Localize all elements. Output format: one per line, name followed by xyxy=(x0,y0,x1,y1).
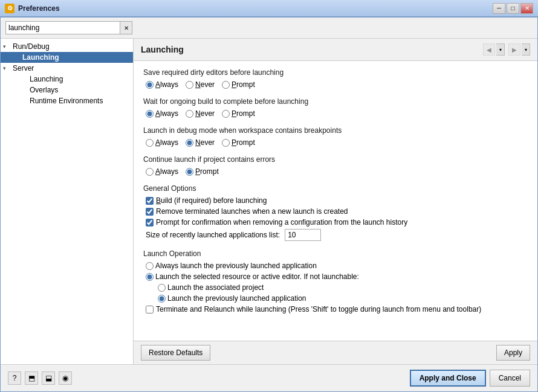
save-never-option[interactable]: Never xyxy=(186,80,215,89)
right-panel: Launching ◀ ▾ ▶ ▾ Save required dirty ed… xyxy=(134,39,537,364)
terminate-relaunch-label: Terminate and Relaunch while launching (… xyxy=(156,305,481,313)
panel-header: Launching ◀ ▾ ▶ ▾ xyxy=(134,39,537,61)
save-never-radio[interactable] xyxy=(186,81,193,89)
sidebar-item-label-launching: Launching xyxy=(22,53,59,62)
apply-button[interactable]: Apply xyxy=(496,345,530,361)
wait-always-radio[interactable] xyxy=(146,110,154,118)
title-bar: ⚙ Preferences ─ □ ✕ xyxy=(0,0,538,17)
debug-always-option[interactable]: Always xyxy=(146,138,178,147)
wait-prompt-radio[interactable] xyxy=(222,110,230,118)
apply-close-button[interactable]: Apply and Close xyxy=(410,370,486,387)
wait-prompt-option[interactable]: Prompt xyxy=(222,109,255,118)
prompt-confirmation-checkbox[interactable] xyxy=(146,219,154,227)
build-required-checkbox[interactable] xyxy=(146,197,154,205)
tree-arrow-run-debug xyxy=(3,43,11,50)
err-always-label: Always xyxy=(155,167,178,176)
lo-previous-label: Launch the previously launched applicati… xyxy=(167,294,306,303)
dialog-footer: ? ⬒ ⬓ ◉ Apply and Close Cancel xyxy=(1,364,537,391)
nav-forward-dropdown[interactable]: ▾ xyxy=(522,43,530,56)
minimize-button[interactable]: ─ xyxy=(493,3,505,14)
preferences-dialog: ✕ Run/Debug Launching Server Launch xyxy=(0,17,538,392)
lo-associated-option[interactable]: Launch the associated project xyxy=(158,283,528,292)
save-required-title: Save required dirty editors before launc… xyxy=(143,68,528,77)
lo-always-label: Always launch the previously launched ap… xyxy=(155,262,317,270)
lo-selected-radio[interactable] xyxy=(146,273,154,281)
save-prompt-option[interactable]: Prompt xyxy=(222,80,255,89)
save-prompt-radio[interactable] xyxy=(222,81,230,89)
sidebar-item-label-runtime-environments: Runtime Environments xyxy=(30,97,103,105)
debug-never-label: Never xyxy=(195,138,215,147)
prompt-confirmation-label: Prompt for confirmation when removing a … xyxy=(156,218,407,227)
size-list-label: Size of recently launched applications l… xyxy=(146,231,280,239)
sidebar-item-label-run-debug: Run/Debug xyxy=(13,42,50,51)
terminate-relaunch-option[interactable]: Terminate and Relaunch while launching (… xyxy=(146,305,528,313)
sidebar-item-server[interactable]: Server xyxy=(1,63,133,74)
remove-terminated-option[interactable]: Remove terminated launches when a new la… xyxy=(146,207,528,216)
err-prompt-option[interactable]: Prompt xyxy=(186,167,219,176)
debug-prompt-label: Prompt xyxy=(232,138,255,147)
wait-never-radio[interactable] xyxy=(186,110,193,118)
restore-defaults-button[interactable]: Restore Defaults xyxy=(141,345,210,361)
size-list-row: Size of recently launched applications l… xyxy=(146,229,528,241)
wait-never-option[interactable]: Never xyxy=(186,109,215,118)
debug-mode-options: Always Never Prompt xyxy=(146,138,528,147)
info-icon[interactable]: ◉ xyxy=(59,371,72,385)
sidebar-item-label-overlays: Overlays xyxy=(30,86,58,94)
save-always-option[interactable]: Always xyxy=(146,80,178,89)
debug-mode-title: Launch in debug mode when workspace cont… xyxy=(143,126,528,135)
lo-previous-option[interactable]: Launch the previously launched applicati… xyxy=(158,294,528,303)
debug-prompt-option[interactable]: Prompt xyxy=(222,138,255,147)
sidebar-item-launching[interactable]: Launching xyxy=(1,52,133,63)
nav-back-button[interactable]: ◀ xyxy=(483,43,495,56)
save-prompt-label: Prompt xyxy=(232,80,255,89)
lo-selected-label: Launch the selected resource or active e… xyxy=(155,272,359,281)
export-icon[interactable]: ⬒ xyxy=(25,371,38,385)
save-never-label: Never xyxy=(195,80,215,89)
terminate-relaunch-checkbox[interactable] xyxy=(146,306,154,313)
sidebar-item-overlays[interactable]: Overlays xyxy=(1,85,133,95)
footer-icons: ? ⬒ ⬓ ◉ xyxy=(8,371,72,385)
debug-never-option[interactable]: Never xyxy=(186,138,215,147)
sidebar-item-runtime-environments[interactable]: Runtime Environments xyxy=(1,95,133,106)
debug-prompt-radio[interactable] xyxy=(222,139,230,147)
help-icon[interactable]: ? xyxy=(8,371,21,385)
size-list-input[interactable] xyxy=(285,229,321,241)
err-prompt-radio[interactable] xyxy=(186,168,193,176)
app-icon: ⚙ xyxy=(5,4,15,13)
nav-forward-button[interactable]: ▶ xyxy=(508,43,520,56)
search-clear-button[interactable]: ✕ xyxy=(120,21,132,34)
err-always-radio[interactable] xyxy=(146,168,154,176)
main-content: Run/Debug Launching Server Launching Ove… xyxy=(1,39,537,364)
debug-always-label: Always xyxy=(155,138,178,147)
lo-previous-radio[interactable] xyxy=(158,295,166,303)
prompt-confirmation-option[interactable]: Prompt for confirmation when removing a … xyxy=(146,218,528,227)
remove-terminated-checkbox[interactable] xyxy=(146,208,154,216)
maximize-button[interactable]: □ xyxy=(507,3,519,14)
remove-terminated-label: Remove terminated launches when a new la… xyxy=(156,207,348,216)
window-title: Preferences xyxy=(18,4,493,13)
debug-always-radio[interactable] xyxy=(146,139,154,147)
continue-errors-title: Continue launch if project contains erro… xyxy=(143,155,528,164)
sidebar-item-server-launching[interactable]: Launching xyxy=(1,74,133,85)
lo-associated-radio[interactable] xyxy=(158,284,166,292)
build-required-option[interactable]: Build (if required) before launching xyxy=(146,196,528,205)
tree-arrow-server xyxy=(3,65,11,71)
wait-build-title: Wait for ongoing build to complete befor… xyxy=(143,97,528,106)
close-button[interactable]: ✕ xyxy=(520,3,533,14)
lo-selected-option[interactable]: Launch the selected resource or active e… xyxy=(146,272,528,281)
import-icon[interactable]: ⬓ xyxy=(42,371,55,385)
err-always-option[interactable]: Always xyxy=(146,167,178,176)
save-always-radio[interactable] xyxy=(146,81,154,89)
nav-back-dropdown[interactable]: ▾ xyxy=(496,43,505,56)
launch-operation-title: Launch Operation xyxy=(143,249,528,258)
debug-never-radio[interactable] xyxy=(186,139,193,147)
lo-always-radio[interactable] xyxy=(146,262,154,270)
lo-always-option[interactable]: Always launch the previously launched ap… xyxy=(146,262,528,270)
search-input[interactable] xyxy=(5,21,120,34)
cancel-button[interactable]: Cancel xyxy=(490,370,530,387)
panel-nav: ◀ ▾ ▶ ▾ xyxy=(483,43,530,56)
wait-always-option[interactable]: Always xyxy=(146,109,178,118)
bottom-bar: Restore Defaults Apply xyxy=(134,341,537,364)
search-bar: ✕ xyxy=(1,18,537,39)
sidebar-item-run-debug[interactable]: Run/Debug xyxy=(1,41,133,52)
